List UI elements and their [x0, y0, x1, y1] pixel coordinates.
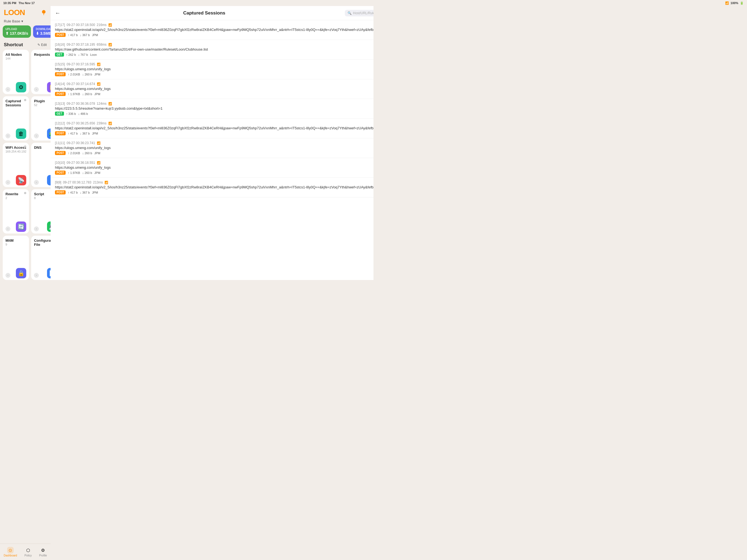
session-time: 09-27 00:36:36.078: [67, 102, 95, 105]
session-meta: [17|17] 09-27 00:37:18.500 216ms 📶: [55, 23, 374, 27]
session-id: [14|14]: [55, 82, 65, 86]
method-badge: POST: [55, 92, 66, 96]
session-content: [11|11] 09-27 00:36:23.741 📶 https://ulo…: [55, 141, 374, 155]
script-icon: 💻: [47, 222, 51, 232]
requests-icon: 📋: [47, 82, 51, 93]
session-time: 09-27 00:37:16.595: [67, 62, 95, 66]
session-url: https://223.5.5.5/resolve?name=kujr3.yyd…: [55, 106, 374, 110]
sidebar-item-dns[interactable]: DNS 📍 ›: [31, 143, 51, 187]
dns-chevron: ›: [34, 180, 39, 185]
rule-tag: JPM: [92, 132, 98, 135]
session-meta: [10|10] 09-27 00:36:18.551 📶: [55, 161, 374, 164]
edit-button[interactable]: ✎ Edit: [37, 43, 47, 47]
download-label: Download: [36, 28, 51, 31]
session-content: [16|16] 09-27 00:37:18.195 658ms 📶 https…: [55, 43, 374, 57]
back-button[interactable]: ←: [55, 10, 60, 16]
session-item-7[interactable]: [10|10] 09-27 00:36:18.551 📶 https://ulo…: [51, 158, 374, 178]
wifi-icon: 📶: [108, 122, 112, 125]
session-time: 09-27 00:36:23.741: [67, 141, 95, 145]
method-badge: POST: [55, 72, 66, 76]
session-url: https://stat2.openinstall.io/api/v2_5/io…: [55, 28, 374, 32]
session-item-8[interactable]: [9|9] 09-27 00:36:12.783 213ms 📶 https:/…: [51, 178, 374, 198]
shortcut-grid: All Nodes 144 ⚙ › Requests 📋 › Captured …: [0, 50, 51, 280]
upload-size: ↑ 1.97KB: [68, 93, 80, 96]
status-time: 10:35 PM: [3, 1, 17, 5]
session-id: [16|16]: [55, 43, 65, 47]
wifi-icon: 📶: [97, 142, 101, 145]
sidebar-item-requests[interactable]: Requests 📋 ›: [31, 50, 51, 94]
rule-tag: JPM: [92, 33, 98, 36]
method-badge: GET: [55, 52, 64, 57]
sidebar-item-captured-sessions[interactable]: Captured Sessions 🗑 ›: [3, 96, 29, 141]
sidebar-item-script[interactable]: Script 8 💻 ›: [31, 189, 51, 233]
session-url: https://stat2.openinstall.io/api/v2_5/io…: [55, 185, 374, 189]
download-card: Download ⬇ 3.5MB/s: [33, 25, 51, 38]
svg-point-0: [42, 10, 46, 14]
rule-tag: JPM: [94, 171, 100, 175]
session-footer: POST ↑ 1.97KB ↓ 260 b JPM: [55, 171, 374, 175]
method-badge: POST: [55, 131, 66, 135]
all-nodes-chevron: ›: [5, 87, 10, 92]
session-item-6[interactable]: [11|11] 09-27 00:36:23.741 📶 https://ulo…: [51, 138, 374, 158]
session-item-2[interactable]: [15|15] 09-27 00:37:16.595 📶 https://ulo…: [51, 59, 374, 79]
session-id: [13|13]: [55, 102, 65, 105]
session-content: [12|12] 09-27 00:36:25.656 239ms 📶 https…: [55, 121, 374, 135]
status-bar: 10:35 PM Thu Nov 17 📶 100% 🔋: [0, 0, 374, 6]
main-content: ← Captured Sessions 🔍 Host/URL/Rule/Rewr…: [51, 0, 374, 280]
session-item-3[interactable]: [14|14] 09-27 00:37:14.674 📶 https://ulo…: [51, 79, 374, 99]
sidebar-item-rewrite[interactable]: Rewrite 2 🔄 ›: [3, 189, 29, 233]
session-url: https://ulogs.umeng.com/unify_logs: [55, 67, 374, 71]
session-id: [12|12]: [55, 121, 65, 125]
session-item-5[interactable]: [12|12] 09-27 00:36:25.656 239ms 📶 https…: [51, 119, 374, 138]
plugin-icon: 🧩: [47, 128, 51, 139]
session-time: 09-27 00:36:25.656: [67, 121, 95, 125]
session-content: [9|9] 09-27 00:36:12.783 213ms 📶 https:/…: [55, 180, 374, 195]
session-footer: POST ↑ 417 b ↓ 367 b JPM: [55, 33, 374, 37]
rule-tag: JPM: [94, 93, 100, 96]
search-icon: 🔍: [347, 11, 352, 15]
sidebar-item-wifi-access[interactable]: WiFi Access 169.254.40.192 📡 ›: [3, 143, 29, 187]
sidebar-item-mitm[interactable]: MitM 9 🔒 ›: [3, 236, 29, 280]
captured-sessions-icon: 🗑: [16, 128, 26, 139]
session-meta: [16|16] 09-27 00:37:18.195 658ms 📶: [55, 43, 374, 47]
download-size: ↓ 260 b: [82, 152, 92, 155]
session-footer: POST ↑ 2.01KB ↓ 260 b JPM: [55, 151, 374, 155]
session-item-1[interactable]: [16|16] 09-27 00:37:18.195 658ms 📶 https…: [51, 40, 374, 59]
session-content: [10|10] 09-27 00:36:18.551 📶 https://ulo…: [55, 161, 374, 175]
sidebar-item-all-nodes[interactable]: All Nodes 144 ⚙ ›: [3, 50, 29, 94]
session-footer: POST ↑ 2.01KB ↓ 260 b JPM: [55, 72, 374, 76]
session-footer: POST ↑ 417 b ↓ 367 b JPM: [55, 131, 374, 135]
script-chevron: ›: [34, 226, 39, 231]
shortcut-header: Shortcut ✎ Edit: [0, 41, 51, 50]
mitm-icon: 🔒: [16, 268, 26, 278]
wifi-icon: 📶: [97, 62, 101, 66]
upload-size: ↑ 417 b: [68, 33, 78, 36]
sidebar-item-configuration-file[interactable]: Configuration File 📄 ›: [31, 236, 51, 280]
method-badge: POST: [55, 171, 66, 175]
session-id: [11|11]: [55, 141, 65, 145]
sidebar-item-plugin[interactable]: Plugin 52 🧩 ›: [31, 96, 51, 141]
session-url: https://stat2.openinstall.io/api/v2_5/io…: [55, 126, 374, 130]
sidebar-header: LOON: [0, 6, 51, 19]
session-ms: 216ms: [97, 23, 107, 27]
session-item-0[interactable]: [17|17] 09-27 00:37:18.500 216ms 📶 https…: [51, 20, 374, 40]
download-arrow-icon: ⬇: [36, 31, 39, 35]
rule-tag: Loon: [90, 53, 97, 56]
wifi-access-icon: 📡: [16, 175, 26, 185]
session-time: 09-27 00:37:18.500: [67, 23, 95, 27]
session-footer: POST ↑ 417 b ↓ 367 b JPM: [55, 190, 374, 195]
session-footer: GET ↑ 262 b ↓ 767 b Loon: [55, 52, 374, 57]
session-footer: POST ↑ 1.97KB ↓ 260 b JPM: [55, 92, 374, 96]
session-item-4[interactable]: [13|13] 09-27 00:36:36.078 124ms 📶 https…: [51, 99, 374, 119]
session-ms: 239ms: [97, 121, 107, 125]
rule-base-selector[interactable]: Rule Base ▾: [0, 19, 51, 25]
download-size: ↓ 486 b: [78, 112, 88, 116]
session-ms: 124ms: [97, 102, 107, 105]
upload-arrow-icon: ⬆: [5, 31, 9, 35]
upload-size: ↑ 417 b: [68, 191, 78, 194]
wifi-access-chevron: ›: [5, 180, 10, 185]
session-ms: 658ms: [97, 43, 107, 47]
dns-icon: 📍: [47, 175, 51, 185]
wifi-icon: 📶: [104, 181, 108, 184]
search-box[interactable]: 🔍 Host/URL/Rule/Rewrite/S...: [345, 10, 374, 17]
